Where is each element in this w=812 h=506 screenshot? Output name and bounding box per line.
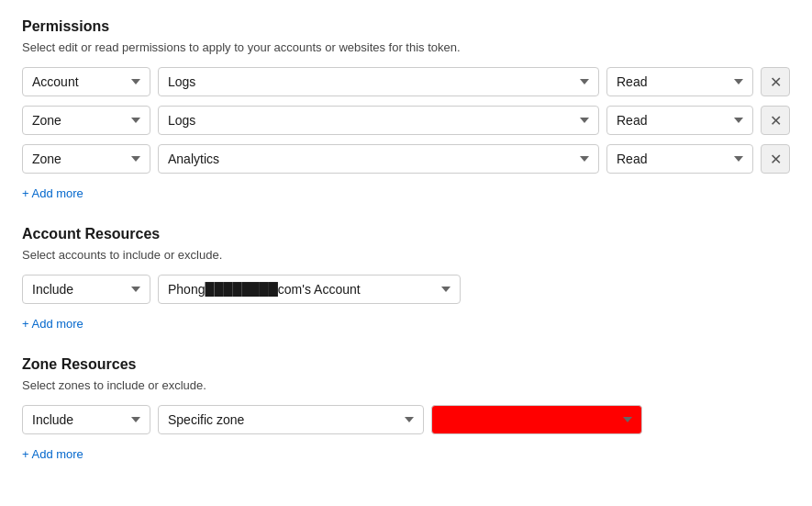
add-account-resource-button[interactable]: + Add more xyxy=(22,317,83,331)
remove-permission-button-2[interactable]: ✕ xyxy=(761,106,790,135)
permissions-description: Select edit or read permissions to apply… xyxy=(22,40,790,54)
zone-resource-row-1: Include Exclude Specific zone All zones xyxy=(22,405,790,434)
permission-row-3: Account Zone Logs Analytics Cache Rules … xyxy=(22,144,790,174)
zone-resources-title: Zone Resources xyxy=(22,356,790,373)
permission-level-select-2[interactable]: Read Edit xyxy=(606,106,753,135)
zone-include-select-1[interactable]: Include Exclude xyxy=(22,405,150,434)
remove-permission-button-3[interactable]: ✕ xyxy=(761,144,790,174)
account-resource-row-1: Include Exclude Phong████████com's Accou… xyxy=(22,275,790,304)
account-resources-description: Select accounts to include or exclude. xyxy=(22,248,790,262)
account-resources-section: Account Resources Select accounts to inc… xyxy=(22,226,790,331)
permission-type-select-1[interactable]: Account Zone xyxy=(22,67,150,96)
zone-resources-description: Select zones to include or exclude. xyxy=(22,378,790,392)
permissions-title: Permissions xyxy=(22,18,790,35)
permission-row-2: Account Zone Logs Analytics Cache Rules … xyxy=(22,106,790,135)
zone-value-select-1[interactable] xyxy=(431,405,642,434)
account-resources-title: Account Resources xyxy=(22,226,790,242)
add-zone-resource-button[interactable]: + Add more xyxy=(22,447,83,461)
permission-type-select-3[interactable]: Account Zone xyxy=(22,144,150,174)
permission-row-1: Account Zone Logs Analytics Cache Rules … xyxy=(22,67,790,96)
permission-resource-select-3[interactable]: Logs Analytics Cache Rules Firewall xyxy=(158,144,599,174)
zone-resources-section: Zone Resources Select zones to include o… xyxy=(22,356,790,461)
permission-level-select-1[interactable]: Read Edit xyxy=(606,67,753,96)
account-name-select-1[interactable]: Phong████████com's Account All accounts xyxy=(158,275,461,304)
remove-permission-button-1[interactable]: ✕ xyxy=(761,67,790,96)
close-icon: ✕ xyxy=(770,112,782,129)
add-permission-button[interactable]: + Add more xyxy=(22,186,83,200)
permissions-section: Permissions Select edit or read permissi… xyxy=(22,18,790,200)
close-icon: ✕ xyxy=(770,151,782,168)
close-icon: ✕ xyxy=(770,73,782,91)
account-include-select-1[interactable]: Include Exclude xyxy=(22,275,150,304)
zone-type-select-1[interactable]: Specific zone All zones xyxy=(158,405,424,434)
permission-resource-select-1[interactable]: Logs Analytics Cache Rules Firewall xyxy=(158,67,599,96)
permission-resource-select-2[interactable]: Logs Analytics Cache Rules Firewall xyxy=(158,106,599,135)
permission-type-select-2[interactable]: Account Zone xyxy=(22,106,150,135)
permission-level-select-3[interactable]: Read Edit xyxy=(606,144,753,174)
